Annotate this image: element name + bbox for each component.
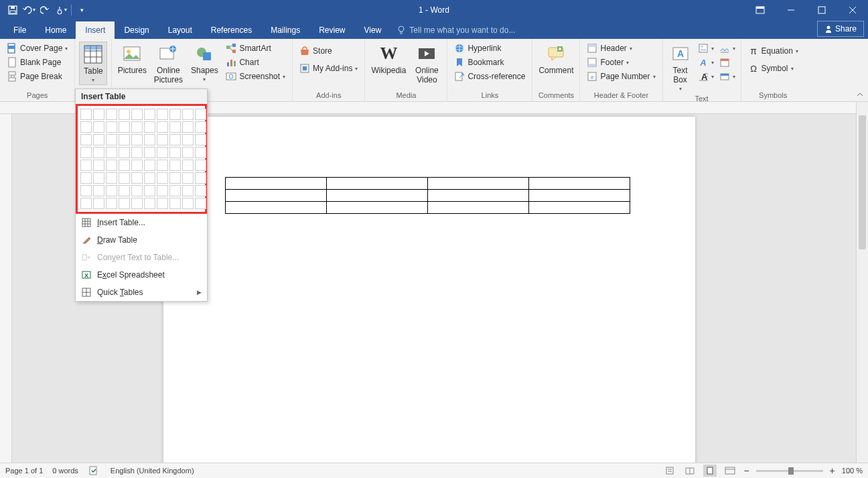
grid-cell[interactable]: [144, 172, 155, 184]
grid-cell[interactable]: [182, 160, 194, 171]
tell-me-search[interactable]: Tell me what you want to do...: [390, 21, 522, 39]
undo-button[interactable]: ▾: [21, 3, 36, 17]
excel-spreadsheet-menuitem[interactable]: XExcel Spreadsheet: [76, 266, 207, 284]
tab-review[interactable]: Review: [309, 21, 354, 39]
footer-button[interactable]: Footer▾: [584, 56, 658, 69]
cross-reference-button[interactable]: Cross-reference: [451, 70, 528, 83]
grid-cell[interactable]: [182, 109, 194, 120]
grid-cell[interactable]: [195, 185, 206, 196]
table-cell[interactable]: [529, 178, 630, 190]
grid-cell[interactable]: [144, 109, 155, 120]
zoom-slider-knob[interactable]: [788, 467, 794, 475]
grid-cell[interactable]: [80, 198, 92, 209]
status-language[interactable]: English (United Kingdom): [111, 467, 194, 475]
grid-cell[interactable]: [195, 147, 206, 158]
shapes-button[interactable]: Shapes▾: [188, 42, 220, 84]
object-button[interactable]: ▾: [718, 70, 737, 83]
collapse-ribbon-button[interactable]: [856, 91, 864, 99]
grid-cell[interactable]: [144, 160, 155, 171]
grid-cell[interactable]: [157, 160, 168, 171]
table-grid-picker[interactable]: [76, 104, 207, 214]
grid-cell[interactable]: [119, 147, 130, 158]
grid-cell[interactable]: [157, 172, 168, 184]
grid-cell[interactable]: [131, 147, 143, 158]
grid-cell[interactable]: [131, 134, 143, 145]
grid-cell[interactable]: [157, 109, 168, 120]
grid-cell[interactable]: [106, 160, 117, 171]
grid-cell[interactable]: [182, 147, 194, 158]
tab-references[interactable]: References: [202, 21, 261, 39]
grid-cell[interactable]: [169, 134, 181, 145]
grid-cell[interactable]: [119, 160, 130, 171]
grid-cell[interactable]: [195, 134, 206, 145]
online-video-button[interactable]: Online Video: [411, 42, 443, 86]
table-cell[interactable]: [428, 202, 529, 214]
tab-view[interactable]: View: [355, 21, 391, 39]
document-table[interactable]: [225, 177, 630, 214]
table-cell[interactable]: [529, 202, 630, 214]
grid-cell[interactable]: [195, 160, 206, 171]
grid-cell[interactable]: [131, 160, 143, 171]
view-print-layout[interactable]: [703, 465, 717, 477]
grid-cell[interactable]: [169, 147, 181, 158]
grid-cell[interactable]: [144, 121, 155, 133]
grid-cell[interactable]: [93, 109, 104, 120]
signature-line-button[interactable]: ▾: [718, 42, 737, 55]
table-cell[interactable]: [226, 202, 327, 214]
page-break-button[interactable]: Page Break: [4, 70, 70, 83]
grid-cell[interactable]: [157, 121, 168, 133]
page-number-button[interactable]: #Page Number▾: [584, 70, 658, 83]
grid-cell[interactable]: [157, 147, 168, 158]
blank-page-button[interactable]: Blank Page: [4, 56, 70, 69]
grid-cell[interactable]: [80, 134, 92, 145]
table-row[interactable]: [226, 178, 630, 190]
grid-cell[interactable]: [131, 109, 143, 120]
grid-cell[interactable]: [80, 147, 92, 158]
grid-cell[interactable]: [195, 172, 206, 184]
grid-cell[interactable]: [106, 147, 117, 158]
grid-cell[interactable]: [119, 198, 130, 209]
grid-cell[interactable]: [93, 121, 104, 133]
grid-cell[interactable]: [119, 134, 130, 145]
grid-cell[interactable]: [195, 121, 206, 133]
grid-cell[interactable]: [119, 109, 130, 120]
draw-table-menuitem[interactable]: Draw Table: [76, 231, 207, 249]
pictures-button[interactable]: Pictures: [116, 42, 148, 76]
qat-customize-button[interactable]: ▾: [74, 3, 89, 17]
grid-cell[interactable]: [106, 121, 117, 133]
table-row[interactable]: [226, 202, 630, 214]
document-page[interactable]: [163, 117, 695, 463]
insert-table-menuitem[interactable]: Insert Table...: [76, 214, 207, 231]
table-cell[interactable]: [327, 178, 428, 190]
zoom-out-button[interactable]: −: [743, 465, 749, 476]
tab-insert[interactable]: Insert: [76, 21, 115, 39]
equation-button[interactable]: πEquation▾: [745, 44, 801, 58]
grid-cell[interactable]: [93, 147, 104, 158]
table-row[interactable]: [226, 190, 630, 202]
minimize-button[interactable]: [776, 0, 806, 19]
grid-cell[interactable]: [182, 185, 194, 196]
table-cell[interactable]: [226, 190, 327, 202]
zoom-in-button[interactable]: +: [830, 465, 835, 476]
touch-mode-button[interactable]: ▾: [54, 3, 68, 17]
grid-cell[interactable]: [80, 160, 92, 171]
grid-cell[interactable]: [169, 109, 181, 120]
tab-design[interactable]: Design: [115, 21, 158, 39]
vertical-ruler[interactable]: [0, 114, 12, 463]
grid-cell[interactable]: [195, 109, 206, 120]
drop-cap-button[interactable]: A▾: [697, 70, 715, 83]
grid-cell[interactable]: [182, 134, 194, 145]
grid-cell[interactable]: [157, 134, 168, 145]
zoom-slider[interactable]: [756, 470, 823, 472]
table-cell[interactable]: [327, 190, 428, 202]
grid-cell[interactable]: [93, 198, 104, 209]
grid-cell[interactable]: [144, 134, 155, 145]
table-button[interactable]: Table ▾: [79, 42, 107, 85]
grid-cell[interactable]: [106, 198, 117, 209]
grid-cell[interactable]: [195, 198, 206, 209]
table-cell[interactable]: [226, 178, 327, 190]
grid-cell[interactable]: [169, 172, 181, 184]
status-proofing[interactable]: [88, 465, 101, 477]
grid-cell[interactable]: [131, 198, 143, 209]
header-button[interactable]: Header▾: [584, 42, 658, 55]
